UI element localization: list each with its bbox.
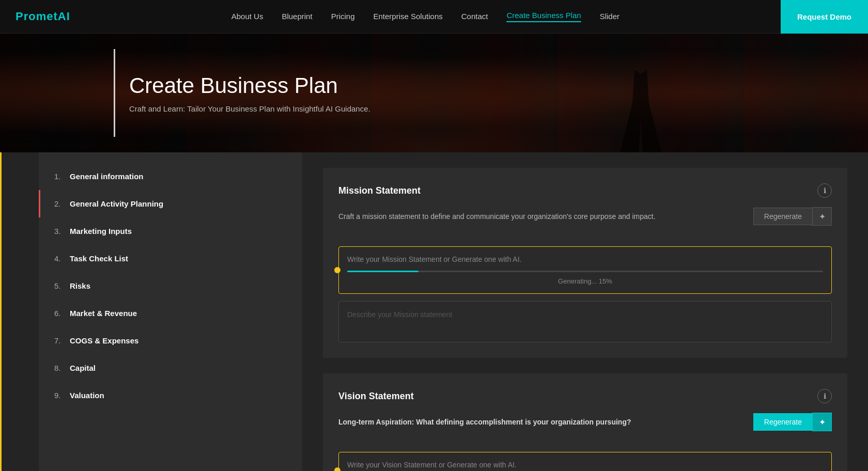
sidebar-item-risks[interactable]: 5. Risks xyxy=(39,272,302,300)
sidebar-item-num-3: 3. xyxy=(54,227,70,236)
vision-ai-icon-glyph: ✦ xyxy=(819,417,826,427)
sidebar-item-valuation[interactable]: 9. Valuation xyxy=(39,382,302,409)
sidebar-item-label-2: General Activity Planning xyxy=(70,199,163,208)
content-area: Mission Statement ℹ Craft a mission stat… xyxy=(302,152,868,471)
sidebar-item-num-8: 8. xyxy=(54,364,70,372)
mission-progress-bar-fill xyxy=(347,271,419,272)
brand-name-part1: Promet xyxy=(16,10,58,23)
vision-statement-section: Vision Statement ℹ Long-term Aspiration:… xyxy=(323,373,847,471)
hero-title: Create Business Plan xyxy=(129,73,868,98)
sidebar-item-label-5: Risks xyxy=(70,281,90,290)
sidebar-item-label-3: Marketing Inputs xyxy=(70,227,132,236)
hero-subtitle: Craft and Learn: Tailor Your Business Pl… xyxy=(129,104,868,113)
sidebar-item-label-9: Valuation xyxy=(70,391,104,400)
mission-generating-text: Generating... 15% xyxy=(347,277,823,285)
sidebar-item-label-1: General information xyxy=(70,172,144,181)
vision-regenerate-button[interactable]: Regenerate xyxy=(753,413,812,431)
navbar: PrometAI About Us Blueprint Pricing Ente… xyxy=(0,0,868,34)
sidebar-item-num-1: 1. xyxy=(54,172,70,181)
mission-describe-input[interactable]: Describe your Mission statement xyxy=(338,301,832,342)
vision-section-title: Vision Statement xyxy=(338,391,414,402)
mission-describe-placeholder: Describe your Mission statement xyxy=(347,310,452,319)
sidebar-item-num-4: 4. xyxy=(54,254,70,263)
vision-ai-icon-button[interactable]: ✦ xyxy=(812,413,832,431)
sidebar-item-num-9: 9. xyxy=(54,391,70,400)
hero-section: Create Business Plan Craft and Learn: Ta… xyxy=(0,34,868,152)
sidebar-item-capital[interactable]: 8. Capital xyxy=(39,354,302,382)
left-bracket-decoration xyxy=(0,152,39,471)
nav-item-enterprise[interactable]: Enterprise Solutions xyxy=(373,12,442,21)
mission-ai-icon-glyph: ✦ xyxy=(819,212,826,222)
nav-link-enterprise[interactable]: Enterprise Solutions xyxy=(373,12,442,21)
sidebar-item-label-6: Market & Revenue xyxy=(70,309,137,318)
sidebar-item-num-2: 2. xyxy=(54,199,70,208)
nav-links: About Us Blueprint Pricing Enterprise So… xyxy=(231,11,619,22)
nav-item-pricing[interactable]: Pricing xyxy=(331,12,355,21)
request-demo-button[interactable]: Request Demo xyxy=(781,0,868,34)
nav-link-about[interactable]: About Us xyxy=(231,12,264,21)
sidebar-item-activity-planning[interactable]: 2. General Activity Planning xyxy=(39,190,302,217)
mission-section-title: Mission Statement xyxy=(338,185,421,196)
sidebar-item-cogs[interactable]: 7. COGS & Expenses xyxy=(39,327,302,354)
sidebar-item-label-7: COGS & Expenses xyxy=(70,336,138,345)
nav-link-create[interactable]: Create Business Plan xyxy=(506,11,581,20)
sidebar-item-market-revenue[interactable]: 6. Market & Revenue xyxy=(39,300,302,327)
mission-text-placeholder: Write your Mission Statement or Generate… xyxy=(347,255,823,263)
sidebar-item-num-7: 7. xyxy=(54,336,70,345)
sidebar-item-num-6: 6. xyxy=(54,309,70,318)
mission-text-area-dot xyxy=(334,267,340,273)
mission-regenerate-button[interactable]: Regenerate xyxy=(753,208,812,225)
sidebar: 1. General information 2. General Activi… xyxy=(39,152,302,471)
hero-bar-decoration xyxy=(114,49,115,137)
brand-name-part2: AI xyxy=(58,10,70,23)
sidebar-item-num-5: 5. xyxy=(54,281,70,290)
brand-logo[interactable]: PrometAI xyxy=(16,10,70,23)
sidebar-item-label-4: Task Check List xyxy=(70,254,128,263)
vision-description: Long-term Aspiration: What defining acco… xyxy=(338,418,631,426)
sidebar-item-tasklist[interactable]: 4. Task Check List xyxy=(39,245,302,272)
nav-link-blueprint[interactable]: Blueprint xyxy=(282,12,312,21)
vision-actions: Regenerate ✦ xyxy=(753,413,832,431)
main-content: 1. General information 2. General Activi… xyxy=(0,152,868,471)
vision-text-area-dot xyxy=(334,467,340,471)
sidebar-item-label-8: Capital xyxy=(70,364,96,372)
mission-info-icon[interactable]: ℹ xyxy=(817,183,832,198)
sidebar-item-marketing[interactable]: 3. Marketing Inputs xyxy=(39,217,302,245)
vision-section-header: Vision Statement ℹ xyxy=(338,389,832,403)
vision-text-area[interactable]: Write your Vision Statement or Generate … xyxy=(338,452,832,471)
mission-statement-section: Mission Statement ℹ Craft a mission stat… xyxy=(323,168,847,358)
nav-item-create[interactable]: Create Business Plan xyxy=(506,11,581,22)
nav-item-about[interactable]: About Us xyxy=(231,12,264,21)
vision-text-placeholder: Write your Vision Statement or Generate … xyxy=(347,461,823,469)
nav-item-contact[interactable]: Contact xyxy=(461,12,488,21)
sidebar-item-general-info[interactable]: 1. General information xyxy=(39,163,302,190)
nav-item-blueprint[interactable]: Blueprint xyxy=(282,12,312,21)
mission-description: Craft a mission statement to define and … xyxy=(338,212,656,221)
mission-progress-bar-container xyxy=(347,271,823,272)
vision-info-icon[interactable]: ℹ xyxy=(817,389,832,403)
nav-link-pricing[interactable]: Pricing xyxy=(331,12,355,21)
mission-ai-icon-button[interactable]: ✦ xyxy=(812,207,832,226)
nav-link-contact[interactable]: Contact xyxy=(461,12,488,21)
nav-active-indicator xyxy=(506,21,581,22)
mission-text-area[interactable]: Write your Mission Statement or Generate… xyxy=(338,246,832,294)
nav-item-slider[interactable]: Slider xyxy=(600,12,619,21)
mission-actions: Regenerate ✦ xyxy=(753,207,832,226)
mission-section-header: Mission Statement ℹ xyxy=(338,183,832,198)
nav-link-slider[interactable]: Slider xyxy=(600,12,619,21)
